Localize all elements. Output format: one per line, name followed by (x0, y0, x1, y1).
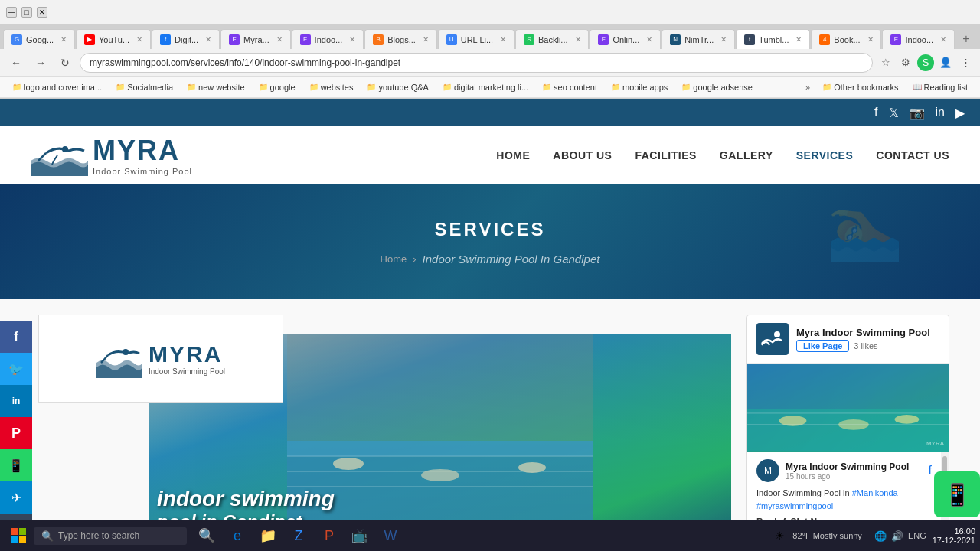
topbar-linkedin-icon[interactable]: in (936, 106, 945, 119)
tab-tumbl[interactable]: tTumbl...✕ (736, 29, 810, 49)
back-button[interactable]: ← (6, 53, 26, 73)
taskbar-search-placeholder: Type here to search (58, 530, 139, 541)
logo-card-tagline: Indoor Swimming Pool (149, 367, 225, 376)
taskbar-clock[interactable]: 16:00 17-12-2021 (933, 527, 975, 545)
taskbar-explorer-button[interactable]: 📁 (254, 522, 282, 549)
taskbar-edge-button[interactable]: e (224, 522, 251, 549)
tab-myra[interactable]: EMyra...✕ (220, 29, 291, 49)
tab-digit[interactable]: fDigit...✕ (152, 29, 220, 49)
fb-avatar-svg (760, 327, 785, 351)
security-icon[interactable]: S (917, 54, 934, 71)
bookmark-digitalmarketing[interactable]: 📁digital marketing li... (436, 81, 534, 93)
tab-url[interactable]: UURL Li...✕ (438, 29, 514, 49)
menu-dots-icon[interactable]: ⋮ (957, 54, 974, 71)
social-pinterest-button[interactable]: P (0, 417, 32, 449)
breadcrumb-current-page: Indoor Swimming Pool In Gandipet (423, 253, 600, 266)
taskbar-network-icon[interactable]: 🌐 (874, 530, 887, 542)
new-tab-button[interactable]: + (956, 29, 977, 49)
nav-gallery[interactable]: GALLERY (720, 149, 773, 161)
breadcrumb-home-link[interactable]: Home (381, 253, 407, 265)
social-whatsapp-button[interactable]: 📱 (0, 449, 32, 481)
social-sidebar: f 🐦 in P 📱 ✈ t (0, 321, 32, 546)
bookmark-other[interactable]: 📁Other bookmarks (816, 81, 904, 93)
tab-backli[interactable]: SBackli...✕ (515, 29, 589, 49)
social-facebook-button[interactable]: f (0, 321, 32, 353)
facebook-like-button[interactable]: Like Page (796, 340, 849, 352)
nav-home[interactable]: HOME (496, 149, 530, 161)
svg-rect-21 (11, 536, 18, 543)
topbar-youtube-icon[interactable]: ▶ (956, 106, 965, 120)
bookmark-newwebsite[interactable]: 📁new website (181, 81, 251, 93)
whatsapp-icon: 📱 (944, 482, 971, 507)
hero-swimmer-decoration: 🏊 (827, 192, 903, 264)
svg-rect-13 (747, 409, 949, 452)
bookmark-reading[interactable]: 📖Reading list (906, 81, 974, 93)
tab-book[interactable]: 4Book...✕ (811, 29, 881, 49)
bookmark-websites[interactable]: 📁websites (303, 81, 360, 93)
bookmarks-more-button[interactable]: » (801, 81, 815, 93)
taskbar-date: 17-12-2021 (933, 536, 975, 545)
website-content: f 🐦 in P 📱 ✈ t f 𝕏 📷 in ▶ (0, 99, 980, 551)
refresh-button[interactable]: ↻ (55, 53, 75, 73)
tab-onlin[interactable]: EOnlin...✕ (590, 29, 661, 49)
maximize-button[interactable]: □ (21, 7, 32, 18)
profile-icon[interactable]: 👤 (937, 54, 954, 71)
topbar-instagram-icon[interactable]: 📷 (910, 106, 925, 120)
facebook-hashtag2[interactable]: #myraswimmingpool (756, 501, 833, 510)
svg-rect-10 (287, 441, 593, 456)
tab-favicon: S (524, 34, 534, 45)
social-twitter-button[interactable]: 🐦 (0, 353, 32, 385)
social-telegram-button[interactable]: ✈ (0, 481, 32, 514)
tab-youtube[interactable]: ▶YouTu...✕ (76, 29, 151, 49)
taskbar-cortana-button[interactable]: 🔍 (193, 522, 220, 549)
logo-card: MYRA Indoor Swimming Pool (38, 315, 283, 403)
address-input[interactable] (80, 53, 873, 73)
bookmark-mobileapps[interactable]: 📁mobile apps (605, 81, 674, 93)
svg-point-9 (518, 462, 546, 473)
whatsapp-float-button[interactable]: 📱 (934, 471, 980, 517)
windows-logo-icon (11, 528, 26, 543)
bookmark-logo[interactable]: 📁logo and cover ima... (6, 81, 108, 93)
bookmark-star-icon[interactable]: ☆ (877, 54, 894, 71)
bookmark-googleadsense[interactable]: 📁google adsense (675, 81, 759, 93)
topbar-twitter-icon[interactable]: 𝕏 (889, 106, 899, 120)
breadcrumb: Home › Indoor Swimming Pool In Gandipet (381, 253, 600, 266)
top-bar: f 𝕏 📷 in ▶ (0, 99, 980, 126)
nav-contact[interactable]: CONTACT US (876, 149, 949, 161)
tab-blogs[interactable]: BBlogs...✕ (364, 29, 437, 49)
taskbar-zoom-button[interactable]: Z (285, 522, 312, 549)
taskbar-volume-icon[interactable]: 🔊 (891, 530, 903, 542)
facebook-brand-icon: f (929, 464, 932, 478)
nav-facilities[interactable]: FACILITIES (635, 149, 696, 161)
close-button[interactable]: ✕ (37, 7, 47, 18)
tab-indoo2[interactable]: EIndoo...✕ (882, 29, 955, 49)
tab-favicon: ▶ (84, 34, 95, 45)
taskbar-language: ENG (908, 531, 926, 540)
svg-rect-22 (19, 536, 26, 543)
facebook-hashtag1[interactable]: #Manikonda (852, 488, 898, 497)
bookmark-google[interactable]: 📁google (253, 81, 302, 93)
tab-nimtr[interactable]: NNimTr...✕ (662, 29, 735, 49)
bookmark-youtubeqa[interactable]: 📁youtube Q&A (361, 81, 434, 93)
bookmark-socialmedia[interactable]: 📁Socialmedia (109, 81, 179, 93)
fb-pool-svg (747, 364, 949, 452)
facebook-post-avatar: M (756, 459, 779, 482)
logo-card-graphic (96, 340, 142, 378)
taskbar-search-box[interactable]: 🔍 Type here to search (34, 527, 187, 545)
tab-google[interactable]: GGoog...✕ (3, 29, 75, 49)
taskbar-powerpoint-button[interactable]: P (315, 522, 343, 549)
nav-about[interactable]: ABOUT US (553, 149, 612, 161)
extensions-icon[interactable]: ⚙ (897, 54, 914, 71)
forward-button[interactable]: → (31, 53, 51, 73)
tab-indoo[interactable]: EIndoo...✕ (292, 29, 364, 49)
start-button[interactable] (5, 522, 32, 549)
social-linkedin-button[interactable]: in (0, 385, 32, 417)
taskbar-app6-button[interactable]: 📺 (346, 522, 374, 549)
minimize-button[interactable]: — (6, 7, 17, 18)
bookmark-seocontent[interactable]: 📁seo content (536, 81, 603, 93)
address-bar: ← → ↻ ☆ ⚙ S 👤 ⋮ (0, 49, 980, 77)
nav-services[interactable]: SERVICES (796, 149, 854, 161)
taskbar-word-button[interactable]: W (377, 522, 404, 549)
facebook-like-row: Like Page 3 likes (796, 340, 939, 352)
topbar-facebook-icon[interactable]: f (874, 106, 877, 119)
